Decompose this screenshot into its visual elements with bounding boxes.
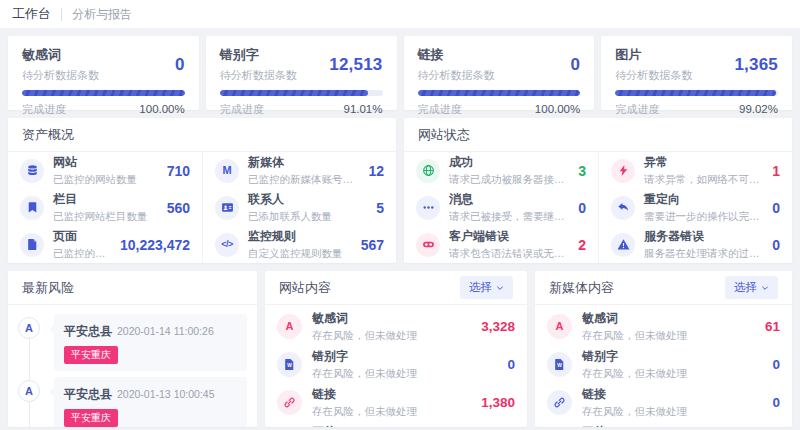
asset-item-value: 567: [361, 237, 384, 253]
stat-card-value: 12,513: [329, 55, 382, 75]
content-item-value: 0: [772, 357, 780, 372]
asset-item-value: 560: [167, 200, 190, 216]
stat-card-value: 1,365: [734, 55, 778, 75]
tab-analysis-report[interactable]: 分析与报告: [72, 6, 132, 23]
asset-overview-panel: 资产概况 网站 已监控的网站数量 710 M 新媒体 已监控的新媒体: [8, 118, 396, 263]
breadcrumb-workbench[interactable]: 工作台: [12, 5, 51, 23]
asset-item: 网站 已监控的网站数量 710: [8, 152, 202, 189]
asset-item: M 新媒体 已监控的新媒体账号数量 12: [202, 152, 396, 189]
asset-item-description: 已监控的网站数量: [53, 173, 137, 187]
content-item-label: 链接: [312, 386, 417, 403]
status-item-label: 消息: [449, 191, 569, 208]
asset-panel-title: 资产概况: [22, 126, 74, 144]
asset-item-label: 监控规则: [248, 228, 343, 245]
status-item: 异常 请求异常，如网络不可用或应用未及时响应 1: [598, 152, 792, 189]
progress-bar-fill: [418, 90, 581, 96]
progress-bar: [418, 90, 581, 96]
stat-card-title: 链接: [418, 46, 495, 64]
stat-card-title: 图片: [615, 46, 692, 64]
warning-triangle-icon: [611, 233, 635, 257]
status-item-value: 1: [772, 163, 780, 179]
letter-a-icon: A: [277, 314, 302, 339]
stat-card: 图片 待分析数据条数 1,365 完成进度 99.02%: [601, 36, 792, 110]
status-item-value: 0: [772, 237, 780, 253]
asset-item-value: 10,223,472: [120, 237, 190, 253]
status-item-label: 客户端错误: [449, 228, 569, 245]
status-item-value: 0: [578, 200, 586, 216]
stat-card-subtitle: 待分析数据条数: [418, 68, 495, 83]
asset-item-description: 已监控网站栏目数量: [53, 210, 148, 224]
status-item: 客户端错误 请求包含语法错误或无法完成请求 2: [404, 226, 598, 263]
asset-item-label: 页面: [53, 228, 111, 245]
globe-icon: [416, 159, 440, 183]
page-icon: [20, 233, 44, 257]
asset-item-description: 已添加联系人数量: [248, 210, 332, 224]
risk-list-item[interactable]: A 平安忠县2020-01-14 11:00:26 平安重庆: [54, 314, 247, 371]
media-content-list: A 敏感词 存在风险，但未做处理 61 W 错别字 存在风险，但未做处理 0: [535, 305, 792, 427]
asset-item-label: 新媒体: [248, 154, 359, 171]
asset-item-value: 5: [376, 200, 384, 216]
risk-list-item[interactable]: A 平安忠县2020-01-13 10:00:45 平安重庆: [54, 377, 247, 427]
asset-item-value: 710: [167, 163, 190, 179]
content-item-description: 存在风险，但未做处理: [582, 405, 687, 419]
status-item-label: 服务器错误: [644, 228, 763, 245]
dashboard-main: 敏感词 待分析数据条数 0 完成进度 100.00% 错别字 待分析数据条数: [0, 28, 800, 430]
database-icon: [20, 159, 44, 183]
progress-label: 完成进度: [418, 102, 462, 117]
status-item-description: 请求已成功被服务器接收处理: [449, 173, 569, 187]
topbar-divider: [61, 8, 62, 21]
content-item-value: 3,328: [481, 319, 515, 334]
content-item-description: 存在风险，但未做处理: [582, 329, 687, 343]
bottom-panels-row: 最新风险 A 平安忠县2020-01-14 11:00:26 平安重庆 A 平安…: [8, 271, 792, 427]
latest-risk-panel: 最新风险 A 平安忠县2020-01-14 11:00:26 平安重庆 A 平安…: [8, 271, 257, 427]
risk-region-tag: 平安重庆: [64, 346, 118, 364]
status-grid: 成功 请求已成功被服务器接收处理 3 异常 请求异常，如网络不可用或应用未及时响…: [404, 152, 792, 263]
status-item-label: 重定向: [644, 191, 763, 208]
status-item-description: 服务器在处理请求的过程中发生了错误: [644, 247, 763, 261]
progress-bar-fill: [22, 90, 185, 96]
content-item-label: 错别字: [582, 348, 687, 365]
content-item-value: 0: [772, 395, 780, 410]
media-content-panel: 新媒体内容 选择 A 敏感词 存在风险，但未做处理 61 W: [535, 271, 792, 427]
redirect-icon: [611, 196, 635, 220]
status-item-value: 3: [578, 163, 586, 179]
stat-card: 链接 待分析数据条数 0 完成进度 100.00%: [404, 36, 595, 110]
content-list-item: A 敏感词 存在风险，但未做处理 3,328: [277, 307, 515, 345]
goggles-icon: [416, 233, 440, 257]
progress-label: 完成进度: [615, 102, 659, 117]
status-item: 消息 请求已被接受，需要继续处理 0: [404, 189, 598, 226]
stat-card: 敏感词 待分析数据条数 0 完成进度 100.00%: [8, 36, 199, 110]
asset-item-value: 12: [368, 163, 384, 179]
progress-percent: 100.00%: [535, 103, 580, 115]
doc-w-icon: W: [277, 352, 302, 377]
chevron-down-icon: [496, 284, 504, 292]
content-item-label: 敏感词: [582, 310, 687, 327]
media-content-select-button[interactable]: 选择: [725, 276, 778, 299]
site-content-select-button[interactable]: 选择: [460, 276, 513, 299]
avatar: A: [18, 380, 40, 402]
status-item-description: 请求包含语法错误或无法完成请求: [449, 247, 569, 261]
risk-timeline: A 平安忠县2020-01-14 11:00:26 平安重庆 A 平安忠县202…: [8, 305, 257, 427]
risk-bubble: 平安忠县2020-01-13 10:00:45 平安重庆: [54, 377, 247, 427]
risk-bubble: 平安忠县2020-01-14 11:00:26 平安重庆: [54, 314, 247, 371]
risk-timestamp: 2020-01-13 10:00:45: [117, 388, 215, 400]
stat-card-subtitle: 待分析数据条数: [22, 68, 99, 83]
asset-grid: 网站 已监控的网站数量 710 M 新媒体 已监控的新媒体账号数量 12: [8, 152, 396, 263]
progress-label: 完成进度: [22, 102, 66, 117]
select-button-label: 选择: [734, 280, 757, 295]
status-panel-title: 网站状态: [418, 126, 470, 144]
svg-text:W: W: [287, 363, 292, 368]
status-item-label: 成功: [449, 154, 569, 171]
progress-bar: [615, 90, 778, 96]
content-list-item: W 错别字 存在风险，但未做处理 0: [547, 345, 780, 383]
content-item-label: 敏感词: [312, 310, 417, 327]
progress-bar: [220, 90, 383, 96]
stat-cards-row: 敏感词 待分析数据条数 0 完成进度 100.00% 错别字 待分析数据条数: [8, 36, 792, 110]
content-item-value: 61: [765, 319, 780, 334]
chevron-down-icon: [761, 284, 769, 292]
stat-card-subtitle: 待分析数据条数: [615, 68, 692, 83]
status-item-description: 请求已被接受，需要继续处理: [449, 210, 569, 224]
contact-card-icon: [215, 196, 239, 220]
progress-label: 完成进度: [220, 102, 264, 117]
stat-card-value: 0: [571, 55, 581, 75]
